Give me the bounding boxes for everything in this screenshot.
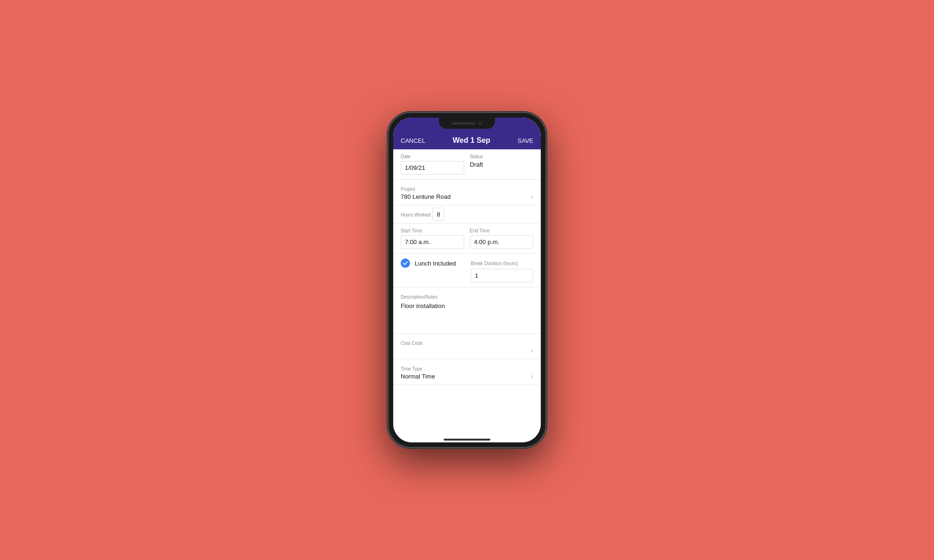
description-section: Description/Notes Floor installation	[393, 287, 541, 334]
project-section[interactable]: Project 780 Lentune Road ›	[393, 180, 541, 205]
time-type-chevron-icon: ›	[531, 372, 533, 380]
project-chevron-icon: ›	[531, 193, 533, 200]
cost-code-section[interactable]: Cost Code ›	[393, 334, 541, 359]
phone-screen: CANCEL Wed 1 Sep SAVE Date 1/09/21 Statu…	[393, 118, 541, 442]
date-label: Date	[401, 154, 464, 159]
project-value: 780 Lentune Road	[401, 193, 451, 200]
phone-outer-shell: CANCEL Wed 1 Sep SAVE Date 1/09/21 Statu…	[388, 112, 546, 448]
end-time-value[interactable]: 4:00 p.m.	[470, 235, 533, 249]
status-field: Status Draft	[470, 154, 533, 175]
description-label: Description/Notes	[401, 294, 438, 300]
date-field: Date 1/09/21	[401, 154, 464, 175]
description-value[interactable]: Floor installation	[401, 301, 533, 329]
save-button[interactable]: SAVE	[517, 137, 533, 144]
date-status-section: Date 1/09/21 Status Draft	[393, 149, 541, 180]
end-time-label: End Time	[470, 228, 533, 233]
time-type-label: Time Type	[401, 366, 422, 371]
lunch-section[interactable]: Lunch Included	[393, 254, 471, 273]
lunch-checkbox-icon[interactable]	[401, 259, 410, 268]
time-type-value: Normal Time	[401, 373, 435, 380]
hours-label: Hours Worked	[401, 212, 431, 217]
break-duration-value[interactable]: 1	[471, 269, 533, 282]
project-label: Project	[401, 187, 415, 192]
phone-mockup: CANCEL Wed 1 Sep SAVE Date 1/09/21 Statu…	[388, 112, 546, 448]
date-value[interactable]: 1/09/21	[401, 161, 464, 175]
status-value: Draft	[470, 161, 533, 168]
page-title: Wed 1 Sep	[453, 136, 490, 145]
end-time-field: End Time 4:00 p.m.	[470, 228, 533, 249]
speaker	[452, 122, 475, 125]
cost-code-chevron-icon: ›	[531, 347, 533, 354]
start-time-field: Start Time 7:00 a.m.	[401, 228, 464, 249]
home-indicator	[444, 439, 490, 441]
break-duration-label: Break Duration (hours)	[471, 261, 518, 266]
break-duration-field: Break Duration (hours) 1	[471, 254, 541, 287]
hours-section: Hours Worked 8	[393, 205, 541, 224]
start-time-label: Start Time	[401, 228, 464, 233]
hours-value[interactable]: 8	[432, 208, 444, 221]
time-section: Start Time 7:00 a.m. End Time 4:00 p.m.	[393, 224, 541, 254]
cost-code-label: Cost Code	[401, 341, 423, 346]
phone-notch	[439, 118, 495, 129]
camera-dot	[478, 121, 482, 125]
start-time-value[interactable]: 7:00 a.m.	[401, 235, 464, 249]
cancel-button[interactable]: CANCEL	[401, 137, 425, 144]
form-content: Date 1/09/21 Status Draft Project 780 Le…	[393, 149, 541, 442]
status-label: Status	[470, 154, 533, 159]
lunch-label: Lunch Included	[415, 260, 456, 267]
time-type-section[interactable]: Time Type Normal Time ›	[393, 359, 541, 385]
